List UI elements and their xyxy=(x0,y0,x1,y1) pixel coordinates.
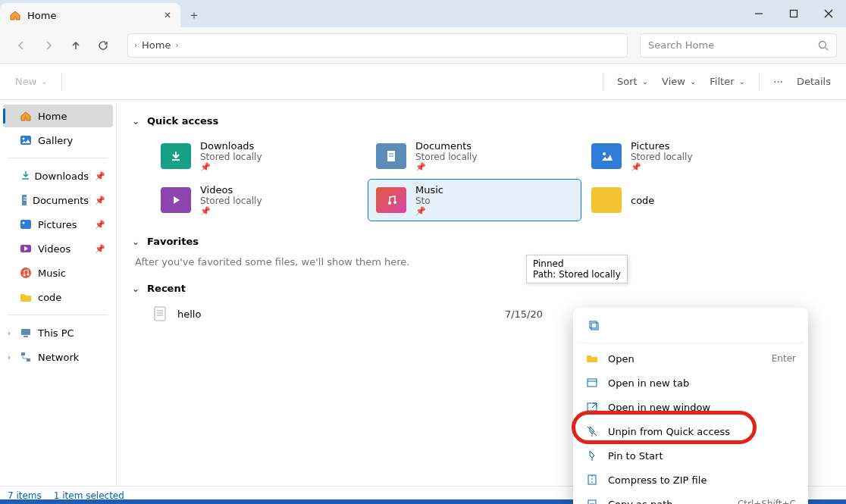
quick-access-item[interactable]: Videos Stored locally 📌 xyxy=(153,180,365,221)
ctx-pin-start[interactable]: Pin to Start xyxy=(576,443,805,468)
quick-access-item[interactable]: code xyxy=(584,180,796,221)
quick-access-item[interactable]: Pictures Stored locally 📌 xyxy=(584,136,796,177)
gallery-icon xyxy=(20,134,32,146)
sidebar-item-downloads[interactable]: Downloads 📌 xyxy=(3,164,113,187)
sidebar-item-label: Videos xyxy=(38,243,70,255)
sidebar-item-videos[interactable]: Videos 📌 xyxy=(3,237,113,260)
sidebar-item-music[interactable]: Music xyxy=(3,261,113,284)
sidebar-item-label: Documents xyxy=(33,195,89,206)
forward-button[interactable] xyxy=(36,33,61,58)
chevron-right-icon: › xyxy=(134,41,137,49)
refresh-button[interactable] xyxy=(91,33,115,58)
item-sub: Stored locally xyxy=(200,152,262,162)
section-favorites[interactable]: ⌄ Favorites xyxy=(132,236,831,247)
network-icon xyxy=(20,351,32,363)
item-name: Downloads xyxy=(200,140,262,152)
tab-title: Home xyxy=(27,10,158,21)
filter-button[interactable]: Filter ⌄ xyxy=(710,76,745,87)
svg-rect-31 xyxy=(591,323,598,330)
chevron-down-icon: ⌄ xyxy=(132,283,139,294)
item-name: Documents xyxy=(415,140,478,152)
pin-icon: 📌 xyxy=(95,196,105,205)
pin-icon: 📌 xyxy=(95,244,105,254)
sidebar-item-label: This PC xyxy=(38,327,74,339)
window-icon xyxy=(585,400,599,414)
svg-rect-39 xyxy=(588,500,596,504)
recent-file-name: hello xyxy=(177,308,201,320)
maximize-button[interactable] xyxy=(776,0,811,27)
back-button[interactable] xyxy=(9,33,33,58)
pin-icon: 📌 xyxy=(631,162,693,172)
search-icon xyxy=(818,40,829,51)
details-button[interactable]: Details xyxy=(797,76,831,87)
home-icon xyxy=(20,110,32,122)
pin-icon: 📌 xyxy=(95,171,105,181)
toolbar: New ⌄ Sort ⌄ View ⌄ Filter ⌄ ⋯ Details xyxy=(0,64,846,100)
sort-label: Sort xyxy=(617,76,638,87)
item-sub: Stored locally xyxy=(631,152,693,162)
breadcrumb-home[interactable]: Home xyxy=(142,39,171,51)
ctx-label: Unpin from Quick access xyxy=(608,426,730,437)
pin-icon: 📌 xyxy=(415,162,478,172)
sidebar-item-gallery[interactable]: Gallery xyxy=(3,129,113,152)
section-label: Favorites xyxy=(147,236,199,247)
details-label: Details xyxy=(797,76,831,87)
svg-point-25 xyxy=(388,202,391,205)
svg-point-15 xyxy=(24,274,26,277)
ctx-label: Open in new tab xyxy=(608,377,689,389)
quick-access-item[interactable]: Downloads Stored locally 📌 xyxy=(153,136,365,177)
sidebar-item-network[interactable]: › Network xyxy=(3,346,113,368)
view-button[interactable]: View ⌄ xyxy=(662,76,696,87)
tab-close-icon[interactable]: ✕ xyxy=(164,10,171,20)
svg-rect-17 xyxy=(21,329,30,335)
pin-icon: 📌 xyxy=(95,220,105,230)
quick-access-grid: Downloads Stored locally 📌 Documents Sto… xyxy=(153,136,831,221)
ctx-open-tab[interactable]: Open in new tab xyxy=(576,371,805,395)
search-input[interactable]: Search Home xyxy=(640,33,837,58)
close-button[interactable] xyxy=(811,0,846,27)
ctx-open[interactable]: Open Enter xyxy=(576,346,805,371)
more-button[interactable]: ⋯ xyxy=(773,76,783,87)
up-button[interactable] xyxy=(64,33,88,58)
chevron-down-icon: ⌄ xyxy=(739,77,745,86)
item-sub: Stored locally xyxy=(200,196,262,206)
ctx-compress[interactable]: Compress to ZIP file xyxy=(576,468,805,492)
ctx-copy-button[interactable] xyxy=(582,315,606,337)
unpin-icon xyxy=(585,424,599,438)
pin-icon: 📌 xyxy=(415,206,443,216)
tooltip: Pinned Path: Stored locally xyxy=(526,255,628,283)
ctx-shortcut: Enter xyxy=(772,353,796,364)
chevron-down-icon: ⌄ xyxy=(642,77,648,86)
section-recent[interactable]: ⌄ Recent xyxy=(132,283,831,294)
sidebar-item-code[interactable]: code xyxy=(3,286,113,308)
section-quick-access[interactable]: ⌄ Quick access xyxy=(132,115,831,127)
item-name: Pictures xyxy=(631,140,693,152)
sidebar-item-documents[interactable]: Documents 📌 xyxy=(3,189,113,211)
sidebar-item-home[interactable]: Home xyxy=(3,105,113,127)
quick-access-item[interactable]: Documents Stored locally 📌 xyxy=(368,136,581,177)
quick-access-item-music[interactable]: Music Sto 📌 xyxy=(368,180,581,221)
svg-point-14 xyxy=(20,268,31,278)
ctx-open-window[interactable]: Open in new window xyxy=(576,395,805,419)
new-tab-button[interactable]: ＋ xyxy=(180,3,208,27)
minimize-button[interactable] xyxy=(741,0,776,27)
ctx-label: Compress to ZIP file xyxy=(608,474,707,486)
sidebar-item-this-pc[interactable]: › This PC xyxy=(3,321,113,344)
sidebar: Home Gallery Downloads 📌 Documents 📌 Pic… xyxy=(0,100,117,487)
ctx-copy-path[interactable]: Copy as path Ctrl+Shift+C xyxy=(576,492,805,504)
tab-home[interactable]: Home ✕ xyxy=(0,3,180,27)
item-sub: Stored locally xyxy=(415,152,478,162)
svg-rect-18 xyxy=(24,336,28,337)
search-placeholder: Search Home xyxy=(648,39,812,51)
svg-rect-6 xyxy=(20,136,31,145)
breadcrumb[interactable]: › Home › xyxy=(127,33,628,58)
ctx-unpin[interactable]: Unpin from Quick access xyxy=(576,419,805,443)
sidebar-item-label: Home xyxy=(38,111,67,122)
svg-point-4 xyxy=(819,41,826,48)
sort-button[interactable]: Sort ⌄ xyxy=(617,76,648,87)
svg-line-5 xyxy=(826,48,828,50)
music-icon xyxy=(20,267,32,279)
new-button[interactable]: New ⌄ xyxy=(15,76,48,87)
sidebar-item-pictures[interactable]: Pictures 📌 xyxy=(3,213,113,236)
item-name: Videos xyxy=(200,184,262,196)
